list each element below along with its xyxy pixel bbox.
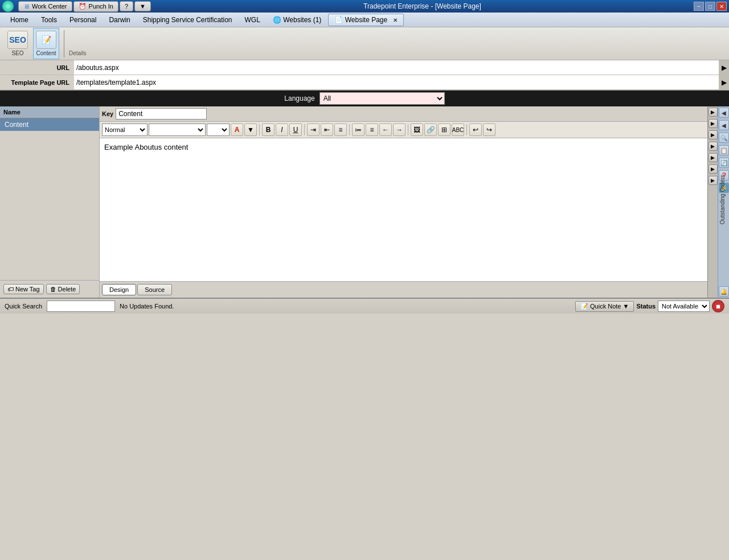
language-label: Language [284, 94, 314, 102]
url-right-icon[interactable]: ▶ [719, 60, 729, 75]
quick-note-button[interactable]: 📝 Quick Note ▼ [575, 301, 634, 312]
bullet-list-button[interactable]: ≔ [352, 123, 364, 136]
source-tab[interactable]: Source [137, 284, 172, 295]
design-source-bar: Design Source [100, 281, 707, 298]
right-panel-btn-3[interactable]: ▶ [708, 130, 718, 139]
sidebar-item-content[interactable]: Content [0, 118, 99, 131]
far-right-btn-5[interactable]: 🔄 [719, 158, 729, 168]
key-label: Key [102, 110, 113, 117]
minimize-button[interactable]: − [694, 2, 704, 11]
status-select[interactable]: Not Available Available [658, 300, 710, 312]
seo-button[interactable]: SEO [7, 31, 28, 49]
font-color-button[interactable]: A [231, 123, 243, 136]
toolbar-separator [64, 30, 64, 57]
key-input[interactable] [116, 108, 207, 120]
status-label: Status [636, 303, 656, 310]
font-select[interactable]: Arial Times New Roman [149, 123, 206, 136]
menu-home[interactable]: Home [5, 14, 34, 26]
template-url-label: Template Page URL [0, 75, 74, 89]
font-color-dropdown[interactable]: ▼ [244, 123, 257, 136]
far-right-btn-4[interactable]: 📋 [719, 145, 729, 155]
undo-button[interactable]: ↩ [469, 123, 482, 136]
right-panel-btn-2[interactable]: ▶ [708, 119, 718, 128]
status-right: 📝 Quick Note ▼ Status Not Available Avai… [575, 300, 724, 312]
toolbar-sep-1 [259, 124, 260, 135]
right-panel-btn-7[interactable]: ▶ [708, 176, 718, 185]
main-content: Name Content 🏷 New Tag 🗑 Delete Key Norm… [0, 106, 729, 298]
menu-website-page[interactable]: 📄 Website Page ✕ [328, 14, 403, 26]
help-button[interactable]: ? [120, 1, 133, 11]
far-right-sidebar: ◀ ◀ 🔍 📋 🔄 ❓ ⚡ Outstanding Orders 🔔 Remin… [718, 106, 729, 298]
align-center-button[interactable]: ≡ [334, 123, 347, 136]
right-panel-btn-1[interactable]: ▶ [708, 108, 718, 117]
right-panel-btn-6[interactable]: ▶ [708, 164, 718, 174]
title-bar-controls: − □ ✕ [694, 2, 727, 11]
title-bar-left: 🖥 Work Center ⏰ Punch In ? ▼ [2, 1, 151, 12]
work-center-button[interactable]: 🖥 Work Center [18, 1, 72, 11]
new-tag-button[interactable]: 🏷 New Tag [3, 284, 44, 294]
increase-indent-button[interactable]: → [393, 123, 406, 136]
right-panel-btn-5[interactable]: ▶ [708, 153, 718, 162]
menu-websites[interactable]: 🌐 Websites (1) [267, 14, 327, 26]
design-tab[interactable]: Design [102, 284, 136, 295]
title-bar: 🖥 Work Center ⏰ Punch In ? ▼ Tradepoint … [0, 0, 729, 13]
language-select[interactable]: All [320, 92, 445, 105]
far-right-btn-1[interactable]: ◀ [719, 108, 729, 118]
right-panel-btn-4[interactable]: ▶ [708, 142, 718, 151]
menu-shipping[interactable]: Shipping Service Certification [137, 14, 238, 26]
editor-toolbar: Normal Heading 1 Heading 2 Heading 3 Ari… [100, 122, 707, 138]
table-button[interactable]: ⊞ [438, 123, 450, 136]
content-toolbar-group: 📝 Content [33, 28, 59, 59]
app-logo [2, 1, 14, 12]
outdent-button[interactable]: ⇤ [321, 123, 333, 136]
quick-search-label: Quick Search [5, 303, 42, 310]
reminders-btn[interactable]: 🔔 [719, 286, 729, 297]
right-panel: ▶ ▶ ▶ ▶ ▶ ▶ ▶ [707, 106, 718, 298]
content-button[interactable]: 📝 [36, 31, 56, 49]
url-label: URL [0, 60, 74, 75]
stop-button[interactable]: ⏹ [712, 300, 724, 312]
maximize-button[interactable]: □ [705, 2, 715, 11]
status-bar: Quick Search No Updates Found. 📝 Quick N… [0, 298, 729, 314]
content-label: Content [36, 50, 56, 56]
toolbar-sep-4 [408, 124, 408, 135]
decrease-indent-button[interactable]: ← [379, 123, 392, 136]
size-select[interactable]: 10 12 14 [207, 123, 230, 136]
seo-label: SEO [11, 50, 23, 56]
url-input[interactable] [74, 60, 719, 75]
seo-toolbar-group: SEO SEO [5, 28, 31, 59]
delete-button[interactable]: 🗑 Delete [46, 284, 80, 294]
indent-button[interactable]: ⇥ [307, 123, 320, 136]
toolbar-sep-2 [304, 124, 305, 135]
image-button[interactable]: 🖼 [411, 123, 423, 136]
close-tab-icon[interactable]: ✕ [393, 17, 398, 23]
content-editable[interactable]: Example Aboutus content [100, 138, 707, 281]
language-bar: Language All [0, 90, 729, 106]
menu-tools[interactable]: Tools [35, 14, 63, 26]
redo-button[interactable]: ↪ [483, 123, 495, 136]
menu-darwin[interactable]: Darwin [103, 14, 136, 26]
numbered-list-button[interactable]: ≡ [366, 123, 378, 136]
outstanding-orders-label: Outstanding Orders [719, 175, 726, 224]
template-right-icon[interactable]: ▶ [719, 75, 729, 89]
updates-text: No Updates Found. [120, 303, 571, 310]
far-right-btn-3[interactable]: 🔍 [719, 133, 729, 143]
close-button[interactable]: ✕ [716, 2, 727, 11]
quick-search-input[interactable] [47, 300, 115, 312]
dropdown-button[interactable]: ▼ [134, 1, 151, 11]
italic-button[interactable]: I [276, 123, 288, 136]
spellcheck-button[interactable]: ABC [452, 123, 464, 136]
punch-in-button[interactable]: ⏰ Punch In [73, 1, 118, 12]
underline-button[interactable]: U [289, 123, 302, 136]
new-tag-icon: 🏷 [7, 286, 14, 293]
menu-personal[interactable]: Personal [64, 14, 102, 26]
menu-wgl[interactable]: WGL [239, 14, 266, 26]
far-right-btn-2[interactable]: ◀ [719, 120, 729, 130]
link-button[interactable]: 🔗 [424, 123, 437, 136]
app-title: Tradepoint Enterprise - [Website Page] [151, 2, 694, 10]
toolbar-sep-5 [466, 124, 467, 135]
bold-button[interactable]: B [262, 123, 275, 136]
format-select[interactable]: Normal Heading 1 Heading 2 Heading 3 [102, 123, 148, 136]
details-section-label: Details [69, 50, 87, 57]
template-url-input[interactable] [74, 75, 719, 89]
